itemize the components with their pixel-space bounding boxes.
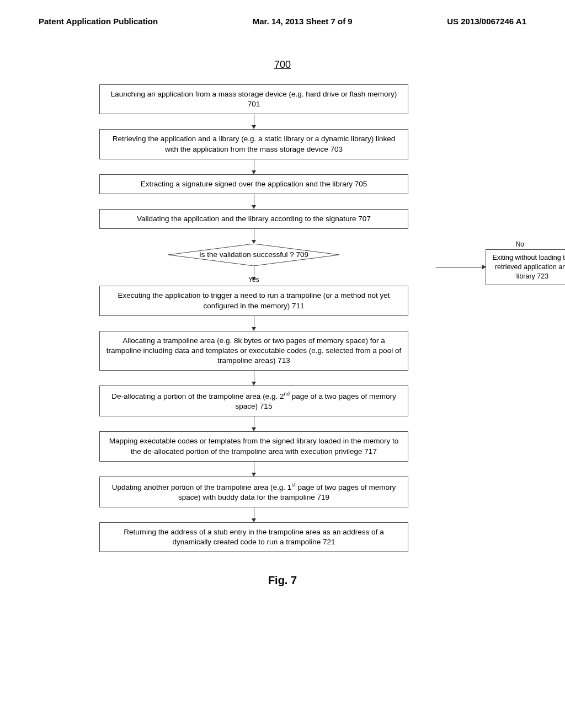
header-center: Mar. 14, 2013 Sheet 7 of 9 — [253, 17, 353, 26]
step-717: Mapping executable codes or templates fr… — [99, 431, 408, 461]
header-left: Patent Application Publication — [39, 17, 158, 26]
yes-label: Yes — [55, 276, 452, 283]
step-711: Executing the application to trigger a n… — [99, 286, 408, 315]
decision-709: Is the validation successful ? 709 — [168, 244, 339, 266]
step-701: Launching an application from a mass sto… — [99, 84, 408, 114]
step-723: Exiting without loading the retrieved ap… — [486, 249, 565, 285]
step-705: Extracting a signature signed over the a… — [99, 174, 408, 194]
step-715: De-allocating a portion of the trampolin… — [99, 386, 408, 416]
step-719-sup: st — [291, 481, 295, 488]
step-715-pre: De-allocating a portion of the trampolin… — [111, 392, 284, 400]
step-703: Retrieving the application and a library… — [99, 129, 408, 159]
flowchart: Launching an application from a mass sto… — [55, 84, 452, 552]
page-header: Patent Application Publication Mar. 14, … — [39, 17, 526, 26]
figure-caption: Fig. 7 — [39, 574, 526, 587]
step-715-sup: nd — [284, 390, 290, 397]
no-label: No — [516, 240, 524, 248]
no-branch: No Exiting without loading the retrieved… — [436, 249, 565, 285]
decision-text: Is the validation successful ? 709 — [199, 250, 308, 259]
header-right: US 2013/0067246 A1 — [447, 17, 526, 26]
step-719-pre: Updating another portion of the trampoli… — [112, 483, 292, 491]
page: Patent Application Publication Mar. 14, … — [0, 0, 565, 728]
step-713: Allocating a trampoline area (e.g. 8k by… — [99, 331, 408, 371]
step-707: Validating the application and the libra… — [99, 209, 408, 229]
figure-number: 700 — [39, 59, 526, 71]
step-719: Updating another portion of the trampoli… — [99, 477, 408, 507]
step-721: Returning the address of a stub entry in… — [99, 522, 408, 552]
